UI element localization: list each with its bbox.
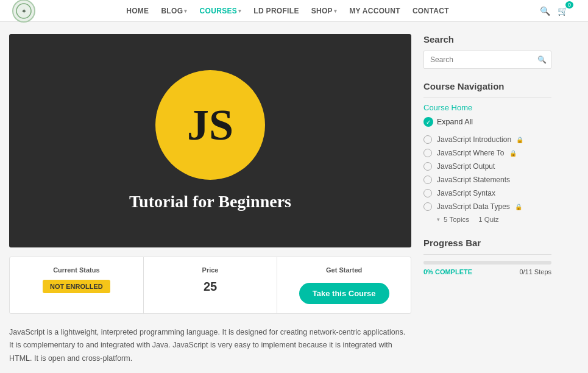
progress-complete-label: 0% COMPLETE <box>423 268 472 275</box>
enrollment-cta-section: Get Started Take this Course <box>277 257 411 313</box>
nav-item-label: JavaScript Syntax <box>437 189 495 197</box>
lock-icon: 🔒 <box>515 204 522 210</box>
blog-chevron: ▾ <box>184 8 187 14</box>
search-widget: Search 🔍 <box>423 34 551 69</box>
lock-icon: 🔒 <box>509 150 517 157</box>
progress-steps-label: 0/11 Steps <box>519 268 551 275</box>
nav-home[interactable]: HOME <box>126 7 149 15</box>
course-description: JavaScript is a lightweight, interpreted… <box>9 326 411 365</box>
progress-widget: Progress Bar 0% COMPLETE 0/11 Steps <box>423 238 551 275</box>
main-content: JS Tutorial for Beginners Current Status… <box>9 34 411 365</box>
subtopics-row: ▾ 5 Topics 1 Quiz <box>423 213 551 226</box>
js-logo-text: JS <box>187 100 233 151</box>
search-title: Search <box>423 34 551 44</box>
nav-item-label: JavaScript Output <box>437 162 495 171</box>
subtopics-text: 5 Topics <box>444 216 469 223</box>
shop-chevron: ▾ <box>334 8 337 14</box>
search-input[interactable] <box>423 51 551 69</box>
nav-item-js-output[interactable]: JavaScript Output <box>423 160 551 173</box>
sidebar: Search 🔍 Course Navigation Course Home ✓… <box>423 34 551 365</box>
nav-item-label: JavaScript Where To <box>437 149 505 157</box>
nav-item-label: JavaScript Data Types <box>437 202 510 211</box>
enrollment-box: Current Status NOT ENROLLED Price 25 Get… <box>9 257 411 314</box>
nav-circle-icon <box>423 189 432 197</box>
site-logo: ✦ <box>12 0 35 23</box>
current-status-label: Current Status <box>19 266 134 274</box>
nav-item-js-syntax[interactable]: JavaScript Syntax <box>423 187 551 200</box>
nav-item-label: JavaScript Statements <box>437 176 510 184</box>
nav-ld-profile[interactable]: LD PROFILE <box>253 7 299 15</box>
subtopics-separator <box>473 216 475 223</box>
cart-icon-nav[interactable]: 🛒0 <box>558 5 576 16</box>
navbar-icons: 🔍 🛒0 <box>540 5 576 16</box>
search-submit-icon[interactable]: 🔍 <box>537 55 547 64</box>
nav-contact[interactable]: CONTACT <box>413 7 449 15</box>
price-label: Price <box>153 266 268 274</box>
js-logo-circle: JS <box>155 70 265 180</box>
enrollment-price-section: Price 25 <box>144 257 278 313</box>
quiz-text: 1 Quiz <box>478 216 498 223</box>
nav-circle-icon <box>423 162 432 171</box>
nav-courses[interactable]: COURSES ▾ <box>200 7 242 15</box>
courses-chevron: ▾ <box>238 8 241 14</box>
take-course-button[interactable]: Take this Course <box>299 283 389 304</box>
nav-item-js-intro[interactable]: JavaScript Introduction 🔒 <box>423 133 551 146</box>
expand-all-check: ✓ <box>423 117 433 127</box>
page-container: JS Tutorial for Beginners Current Status… <box>0 22 588 373</box>
progress-title: Progress Bar <box>423 238 551 248</box>
course-nav-widget: Course Navigation Course Home ✓ Expand A… <box>423 81 551 226</box>
course-nav-title: Course Navigation <box>423 81 551 91</box>
nav-circle-icon <box>423 202 432 211</box>
nav-item-js-datatypes[interactable]: JavaScript Data Types 🔒 <box>423 200 551 213</box>
nav-links: HOME BLOG ▾ COURSES ▾ LD PROFILE SHOP ▾ … <box>126 7 449 15</box>
course-image: JS Tutorial for Beginners <box>9 34 411 247</box>
get-started-label: Get Started <box>286 266 402 274</box>
price-value: 25 <box>153 280 268 294</box>
nav-item-label: JavaScript Introduction <box>437 135 511 144</box>
check-mark-icon: ✓ <box>426 119 431 126</box>
nav-circle-icon <box>423 176 432 184</box>
nav-my-account[interactable]: MY ACCOUNT <box>349 7 400 15</box>
search-input-container: 🔍 <box>423 51 551 69</box>
course-nav-divider <box>423 98 551 98</box>
expand-all-text: Expand All <box>437 118 473 126</box>
logo-icon: ✦ <box>12 0 35 23</box>
cart-badge: 0 <box>565 1 573 9</box>
svg-text:✦: ✦ <box>21 8 27 15</box>
not-enrolled-badge: NOT ENROLLED <box>43 280 110 293</box>
nav-circle-icon <box>423 149 432 157</box>
expand-all-row: ✓ Expand All <box>423 117 551 127</box>
lock-icon: 🔒 <box>516 137 523 143</box>
navbar: ✦ HOME BLOG ▾ COURSES ▾ LD PROFILE SHOP … <box>0 0 588 22</box>
course-home-link[interactable]: Course Home <box>423 103 551 112</box>
enrollment-status-section: Current Status NOT ENROLLED <box>10 257 144 313</box>
nav-shop[interactable]: SHOP ▾ <box>311 7 338 15</box>
nav-circle-icon <box>423 135 432 144</box>
progress-divider <box>423 254 551 255</box>
progress-footer: 0% COMPLETE 0/11 Steps <box>423 268 551 275</box>
nav-item-js-statements[interactable]: JavaScript Statements <box>423 173 551 187</box>
subtopics-chevron: ▾ <box>437 216 440 222</box>
progress-bar-track <box>423 261 551 265</box>
search-icon-nav[interactable]: 🔍 <box>540 6 550 16</box>
nav-item-js-where[interactable]: JavaScript Where To 🔒 <box>423 146 551 160</box>
course-title-image-text: Tutorial for Beginners <box>129 192 291 211</box>
nav-blog[interactable]: BLOG ▾ <box>161 7 187 15</box>
